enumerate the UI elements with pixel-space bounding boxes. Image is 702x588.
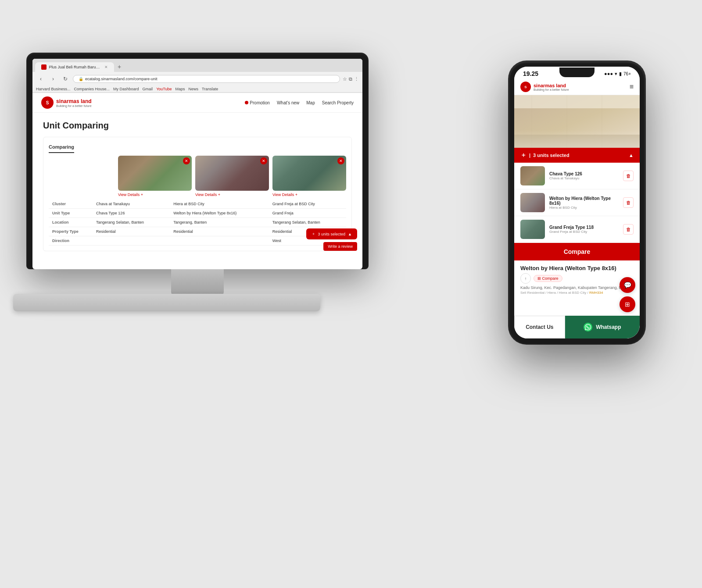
browser-tabs: Plus Jual Beli Rumah Baru T... ✕ +	[32, 59, 362, 72]
contact-us-button[interactable]: Contact Us	[514, 316, 565, 339]
mobile-phone: 19.25 ●●● ▾ ▮ 76+ S sinarmas land Buil	[509, 61, 645, 344]
tab-close-icon[interactable]: ✕	[104, 65, 108, 69]
val-unit-type-1: Chava Type 126	[93, 209, 170, 218]
url-text: ecatalog.sinarmasland.com/compare-unit	[85, 77, 158, 81]
compare-button[interactable]: Compare	[514, 243, 640, 260]
phone-logo-tagline: Building for a better future	[534, 88, 569, 91]
nav-promotion[interactable]: Promotion	[245, 100, 270, 105]
unit-delete-3[interactable]: 🗑	[623, 224, 634, 235]
svg-rect-1	[514, 95, 640, 108]
bookmark-news[interactable]: News	[189, 87, 199, 91]
unit-thumb-1	[520, 166, 545, 185]
property-2-close-icon[interactable]: ✕	[260, 157, 267, 164]
property-images-row: ✕ View Details + ✕ View Details +	[118, 156, 346, 197]
bookmark-dashboard[interactable]: My Dashboard	[113, 87, 139, 91]
phone-notch	[559, 68, 595, 77]
unit-cards-list: Chava Type 126 Chava at Tanakayu 🗑 Welto…	[514, 163, 640, 243]
write-review-label: Write a review	[328, 244, 353, 249]
page-title: Unit Comparing	[43, 121, 352, 131]
val-cluster-3: Grand Freja at BSD City	[269, 200, 346, 209]
divider: |	[529, 153, 530, 158]
browser-tab-active[interactable]: Plus Jual Beli Rumah Baru T... ✕	[35, 62, 114, 72]
property-detail-actions: ↑ ⊞ Compare	[520, 273, 634, 284]
phone-bottom-actions: Contact Us Whatsapp	[514, 316, 640, 339]
val-cluster-1: Chava at Tanakayu	[93, 200, 170, 209]
logo-tagline: Building for a better future	[56, 104, 92, 107]
write-review-button[interactable]: Write a review	[323, 242, 357, 251]
rmh-code: RMH334	[589, 291, 603, 295]
table-row-direction: Direction West	[49, 236, 346, 246]
unit-delete-2[interactable]: 🗑	[623, 197, 634, 208]
compare-tag[interactable]: ⊞ Compare	[534, 275, 562, 282]
battery-icon: ▮	[619, 71, 622, 77]
phone-logo-icon: S	[520, 82, 531, 92]
units-count-text: 3 units selected	[533, 153, 569, 158]
bookmark-maps[interactable]: Maps	[176, 87, 185, 91]
unit-sub-2: Hiera at BSD City	[549, 206, 619, 210]
unit-card-3: Grand Freja Type 118 Grand Freja at BSD …	[514, 216, 640, 243]
status-icons: ●●● ▾ ▮ 76+	[604, 71, 631, 77]
grid-float-button[interactable]: ⊞	[620, 296, 635, 312]
tab-favicon	[41, 64, 47, 70]
nav-map[interactable]: Map	[306, 100, 315, 105]
monitor-screen: Plus Jual Beli Rumah Baru T... ✕ + ‹ › ↻…	[32, 59, 362, 269]
val-unit-type-3: Grand Freja	[269, 209, 346, 218]
hamburger-menu-icon[interactable]: ≡	[630, 83, 634, 91]
extensions-icon[interactable]: ⧉	[349, 76, 352, 82]
bookmark-translate[interactable]: Translate	[202, 87, 218, 91]
tab-title: Plus Jual Beli Rumah Baru T...	[49, 65, 100, 69]
bookmark-youtube[interactable]: YouTube	[156, 87, 172, 91]
label-cluster: Cluster	[49, 200, 93, 209]
phone-logo: S sinarmas land Building for a better fu…	[520, 82, 569, 92]
unit-name-1: Chava Type 126	[549, 171, 619, 176]
chat-float-button[interactable]: 💬	[620, 277, 635, 293]
property-1-view-details[interactable]: View Details +	[118, 192, 192, 197]
property-2-image: ✕	[195, 156, 269, 191]
property-3-close-icon[interactable]: ✕	[337, 157, 344, 164]
property-2-view-details[interactable]: View Details +	[195, 192, 269, 197]
share-button[interactable]: ↑	[520, 273, 531, 284]
unit-name-3: Grand Freja Type 118	[549, 225, 619, 230]
back-button[interactable]: ‹	[36, 74, 46, 84]
nav-whats-new[interactable]: What's new	[277, 100, 299, 105]
monitor-frame: Plus Jual Beli Rumah Baru T... ✕ + ‹ › ↻…	[26, 53, 369, 269]
contact-us-label: Contact Us	[526, 324, 553, 330]
whatsapp-button[interactable]: Whatsapp	[565, 316, 640, 339]
property-3-image: ✕	[272, 156, 346, 191]
hero-room-svg	[514, 95, 640, 148]
unit-delete-1[interactable]: 🗑	[623, 171, 634, 181]
nav-search-property[interactable]: Search Property	[322, 100, 354, 105]
address-bar[interactable]: 🔒 ecatalog.sinarmasland.com/compare-unit	[73, 75, 340, 83]
unit-thumb-3	[520, 220, 545, 239]
logo-text: sinarmas land Building for a better futu…	[56, 98, 92, 107]
val-location-2: Tangerang, Banten	[170, 218, 269, 227]
compare-units-banner[interactable]: ＋ 3 units selected ▲	[306, 228, 357, 239]
val-direction-2	[170, 236, 269, 246]
bookmark-gmail[interactable]: Gmail	[143, 87, 153, 91]
bookmark-star-icon[interactable]: ☆	[343, 76, 347, 82]
forward-button[interactable]: ›	[48, 74, 58, 84]
promo-dot-icon	[245, 101, 248, 104]
site-nav: Promotion What's new Map Search Property	[245, 100, 354, 105]
battery-percent: 76+	[623, 71, 631, 76]
property-3-view-details[interactable]: View Details +	[272, 192, 346, 197]
plus-icon: ＋	[520, 151, 526, 159]
menu-icon[interactable]: ⋮	[354, 76, 359, 82]
phone-logo-brand: sinarmas land	[534, 83, 569, 88]
lock-icon: 🔒	[79, 77, 83, 81]
table-row-cluster: Cluster Chava at Tanakayu Hiera at BSD C…	[49, 200, 346, 209]
val-location-1: Tangerang Selatan, Banten	[93, 218, 170, 227]
unit-info-3: Grand Freja Type 118 Grand Freja at BSD …	[549, 225, 619, 234]
bookmark-companies[interactable]: Companies House...	[74, 87, 110, 91]
bookmark-harvard[interactable]: Harvard Business...	[36, 87, 71, 91]
compare-btn-label: Compare	[564, 248, 591, 255]
unit-name-2: Welton by Hiera (Welton Type 8x16)	[549, 196, 619, 206]
reload-button[interactable]: ↻	[61, 74, 70, 84]
property-breadcrumb: Sell Residential / Hiera / Hiera at BSD …	[520, 291, 634, 295]
units-selected-bar[interactable]: ＋ | 3 units selected ▲	[514, 148, 640, 163]
unit-info-1: Chava Type 126 Chava at Tanakayu	[549, 171, 619, 180]
table-row-unittype: Unit Type Chava Type 126 Welton by Hiera…	[49, 209, 346, 218]
new-tab-button[interactable]: +	[114, 61, 125, 72]
table-row-location: Location Tangerang Selatan, Banten Tange…	[49, 218, 346, 227]
property-1-close-icon[interactable]: ✕	[183, 157, 190, 164]
